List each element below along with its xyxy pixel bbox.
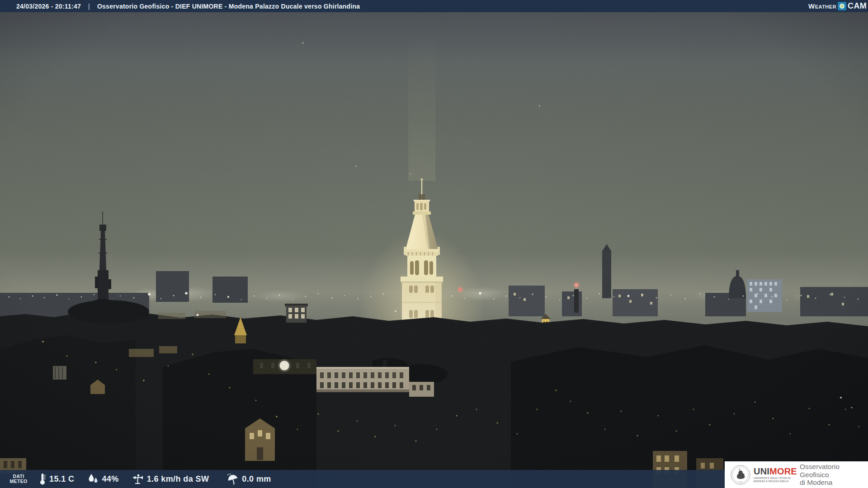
rain-reading: 0.0 mm — [227, 473, 271, 485]
temperature-value: 15.1 C — [49, 474, 74, 484]
logo-cam-text: CAM — [848, 1, 867, 11]
observatory-name: Osservatorio Geofisico di Modena — [800, 463, 868, 487]
wind-reading: 1.6 km/h da SW — [132, 473, 209, 485]
university-caption: UNIVERSITÀ DEGLI STUDI DI MODENA E REGGI… — [754, 477, 796, 483]
caption-line-2: MODENA E REGGIO EMILIA — [754, 480, 796, 483]
observatory-line-1: Osservatorio Geofisico — [800, 463, 868, 479]
humidity-reading: 44% — [88, 473, 118, 485]
unimore-wordmark-block: UNIMORE UNIVERSITÀ DEGLI STUDI DI MODENA… — [754, 467, 796, 483]
top-overlay-bar: 24/03/2026 - 20:11:47 | Osservatorio Geo… — [0, 0, 868, 12]
umbrella-icon — [227, 473, 239, 485]
wordmark-uni: UNI — [754, 466, 769, 476]
seal-year: 1175 — [739, 481, 742, 483]
datetime-label: 24/03/2026 - 20:11:47 — [16, 3, 81, 10]
city-night-photo — [0, 0, 868, 488]
camera-title: Osservatorio Geofisico - DIEF UNIMORE - … — [97, 3, 360, 10]
observatory-line-2: di Modena — [800, 479, 868, 487]
caption-line-1: UNIVERSITÀ DEGLI STUDI DI — [754, 477, 796, 479]
camera-lens-icon — [838, 2, 846, 10]
rain-value: 0.0 mm — [242, 474, 271, 484]
humidity-value: 44% — [102, 474, 118, 484]
webcam-view: 24/03/2026 - 20:11:47 | Osservatorio Geo… — [0, 0, 868, 488]
logo-weather-text: Weather — [808, 2, 836, 10]
dati-meteo-badge: DATI METEO — [7, 474, 30, 484]
thermometer-icon — [39, 473, 46, 485]
wind-value: 1.6 km/h da SW — [147, 474, 209, 484]
unimore-brand-box: 1175 UNIMORE UNIVERSITÀ DEGLI STUDI DI M… — [725, 461, 868, 488]
weathervane-icon — [132, 473, 144, 485]
separator: | — [88, 3, 90, 10]
weathercam-logo: Weather CAM — [808, 1, 868, 11]
wordmark-more: MORE — [769, 466, 797, 476]
water-drops-icon — [88, 473, 99, 485]
unimore-wordmark: UNIMORE — [754, 467, 796, 476]
vignette — [0, 0, 868, 488]
temperature-reading: 15.1 C — [39, 473, 74, 485]
unimore-seal-icon: 1175 — [731, 465, 750, 485]
badge-line-2: METEO — [7, 479, 30, 484]
